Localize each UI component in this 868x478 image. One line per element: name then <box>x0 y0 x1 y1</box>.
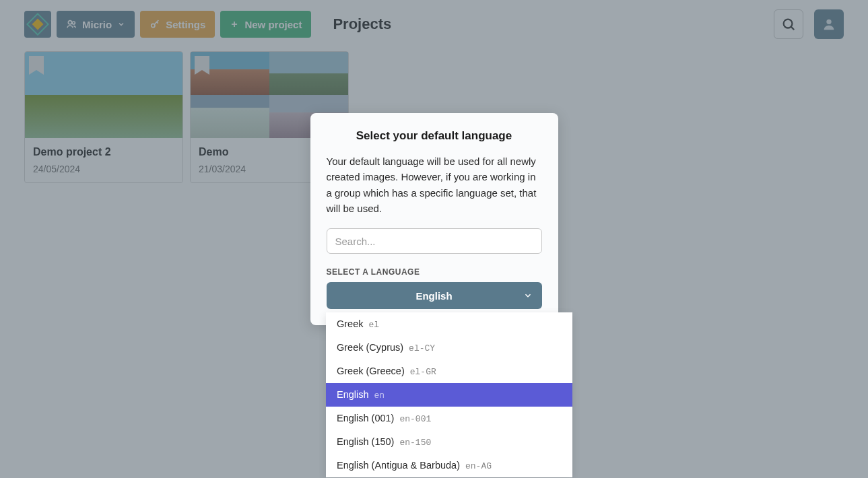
modal-title: Select your default language <box>327 129 542 143</box>
language-code: en-150 <box>399 438 431 448</box>
language-option[interactable]: English (150)en-150 <box>326 430 572 454</box>
language-option[interactable]: Englishen <box>326 383 572 407</box>
selected-language: English <box>415 290 452 302</box>
language-modal: Select your default language Your defaul… <box>310 113 558 325</box>
language-option[interactable]: English (001)en-001 <box>326 407 572 430</box>
language-dropdown[interactable]: GreekelGreek (Cyprus)el-CYGreek (Greece)… <box>326 312 572 477</box>
language-code: el-GR <box>410 367 436 377</box>
language-option[interactable]: Greek (Cyprus)el-CY <box>326 336 572 360</box>
select-label: SELECT A LANGUAGE <box>327 267 542 277</box>
language-name: English <box>337 389 369 400</box>
language-code: el-CY <box>409 343 435 353</box>
language-option[interactable]: Greek (Greece)el-GR <box>326 360 572 383</box>
language-code: en-001 <box>399 414 431 424</box>
language-name: Greek (Cyprus) <box>337 342 403 353</box>
language-code: el <box>369 320 380 330</box>
language-name: English (Antigua & Barbuda) <box>337 460 460 471</box>
language-name: Greek <box>337 318 364 329</box>
language-name: English (001) <box>337 413 394 423</box>
modal-description: Your default language will be used for a… <box>327 153 542 216</box>
language-select[interactable]: English <box>327 282 542 309</box>
chevron-down-icon <box>523 291 533 300</box>
language-option[interactable]: Greekel <box>326 312 572 336</box>
language-name: Greek (Greece) <box>337 366 405 376</box>
language-option[interactable]: English (Antigua & Barbuda)en-AG <box>326 454 572 477</box>
language-name: English (150) <box>337 436 394 447</box>
language-code: en <box>374 390 385 401</box>
language-search-input[interactable] <box>327 228 542 254</box>
language-code: en-AG <box>465 461 492 471</box>
